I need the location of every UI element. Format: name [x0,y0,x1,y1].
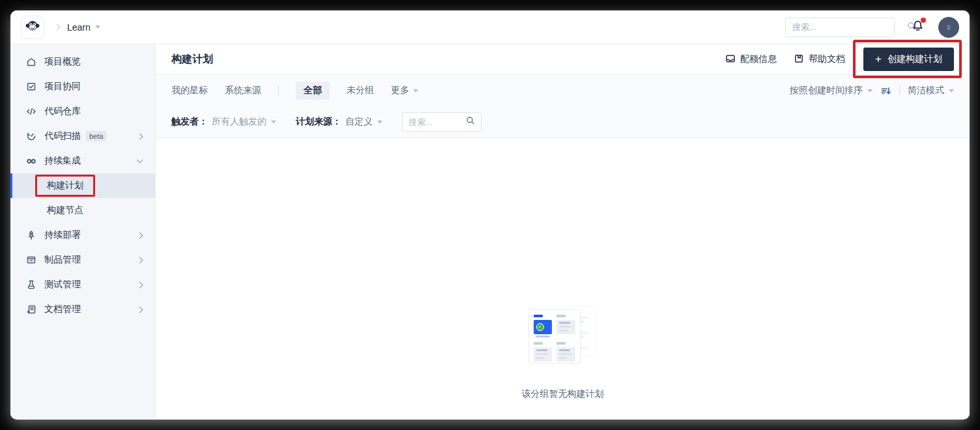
chevron-right-icon [137,133,143,139]
compact-mode-dropdown[interactable]: 简洁模式 [908,85,954,96]
sidebar-item-project-overview[interactable]: 项目概览 [10,50,155,74]
sidebar-item-code-scan[interactable]: 代码扫描 beta [10,124,155,149]
global-search-input[interactable] [792,22,907,32]
empty-state-message: 该分组暂无构建计划 [522,388,604,400]
empty-state-illustration: ✓ [528,306,598,364]
tab-all[interactable]: 全部 [296,81,330,100]
bookmark-icon [794,53,804,66]
sidebar-subitem-label: 构建节点 [47,205,83,216]
sidebar-item-artifact-management[interactable]: 制品管理 [10,248,155,272]
chevron-down-icon [867,89,872,93]
sidebar-item-doc-management[interactable]: 文档管理 [10,297,155,322]
sidebar-item-label: 测试管理 [44,279,81,291]
sidebar: 项目概览 项目协同 代码仓库 [10,44,156,419]
help-docs-label: 帮助文档 [809,53,845,65]
help-docs-link[interactable]: 帮助文档 [794,53,845,66]
plan-source-filter-value: 自定义 [345,116,373,128]
sidebar-item-label: 文档管理 [44,304,81,315]
quota-info-label: 配额信息 [740,53,777,65]
gauge-icon [26,131,36,141]
content-area: ✓ [156,138,970,419]
page-title: 构建计划 [171,53,213,66]
mail-icon [725,53,736,66]
trigger-filter-dropdown[interactable]: 所有人触发的 [212,116,276,128]
tab-system-source[interactable]: 系统来源 [225,85,261,96]
sidebar-item-label: 项目协同 [44,81,81,93]
chevron-down-icon [413,89,418,93]
sidebar-item-label: 持续集成 [44,155,81,167]
sidebar-item-label: 制品管理 [44,254,81,266]
chevron-right-icon [137,232,143,238]
body-layout: 项目概览 项目协同 代码仓库 [10,44,970,419]
infinity-icon [26,156,36,166]
sidebar-item-project-collab[interactable]: 项目协同 [10,74,155,99]
filter-section: 我的星标 系统来源 全部 未分组 更多 按照创建时间排序 [156,75,970,138]
user-avatar[interactable]: li [938,17,959,38]
breadcrumb-chevron-icon [54,24,61,31]
doc-icon [26,304,36,315]
sidebar-item-label: 代码仓库 [44,106,81,117]
chevron-down-icon [949,89,954,93]
sidebar-item-continuous-integration[interactable]: 持续集成 [10,149,155,173]
breadcrumb-project-name: Learn [67,22,91,33]
tab-more[interactable]: 更多 [391,85,418,96]
mini-card [556,315,575,337]
plan-search-box[interactable] [402,112,482,132]
chevron-right-icon [137,306,143,313]
sidebar-subitem-build-nodes[interactable]: 构建节点 [10,198,155,223]
global-search-box[interactable] [785,18,895,37]
tab-ungrouped[interactable]: 未分组 [347,85,374,96]
plan-search-input[interactable] [409,117,466,127]
artifact-icon [26,255,36,265]
search-icon [466,116,475,128]
topbar-right: li [785,17,959,38]
sidebar-item-label: 持续部署 [44,229,81,241]
mini-card-active: ✓ [534,315,553,337]
trigger-filter-label: 触发者： [171,116,208,128]
empty-front-card: ✓ [528,309,581,364]
breadcrumb-project-switcher[interactable]: Learn [67,22,100,33]
sort-order-label: 按照创建时间排序 [790,85,863,96]
chevron-down-icon [377,121,382,124]
sidebar-item-code-repo[interactable]: 代码仓库 [10,99,155,124]
app-window: Learn li [10,10,970,420]
quota-info-link[interactable]: 配额信息 [725,53,777,66]
task-check-icon [26,81,36,92]
sidebar-item-test-management[interactable]: 测试管理 [10,272,155,297]
check-icon: ✓ [536,323,544,331]
plan-source-filter-dropdown[interactable]: 自定义 [345,116,382,128]
plus-icon: + [875,53,882,64]
sort-descending-icon[interactable] [880,85,891,96]
sidebar-item-label: 代码扫描 [44,130,81,142]
tab-my-starred[interactable]: 我的星标 [171,85,208,96]
app-logo[interactable] [21,16,44,39]
flask-icon [26,280,36,290]
sidebar-subitem-label: 构建计划 [47,180,83,192]
home-icon [26,57,36,67]
chevron-down-icon [95,25,100,29]
mini-card [534,342,553,362]
rocket-icon [26,230,36,240]
filter-divider [899,86,900,95]
tab-more-label: 更多 [391,85,409,96]
monkey-logo-icon [25,18,40,36]
sidebar-subitem-build-plans[interactable]: 构建计划 [10,173,155,198]
plan-source-filter-label: 计划来源： [296,116,341,128]
tab-divider [278,86,279,95]
chevron-down-icon [271,121,276,124]
create-build-plan-button[interactable]: + 创建构建计划 [863,48,954,71]
create-build-plan-label: 创建构建计划 [887,53,942,65]
compact-mode-label: 简洁模式 [908,85,944,96]
mini-card [556,342,575,362]
sort-order-dropdown[interactable]: 按照创建时间排序 [790,85,872,96]
notification-badge-dot [921,18,926,23]
topbar: Learn li [10,10,970,44]
chevron-right-icon [137,257,143,263]
chevron-down-icon [137,157,143,164]
beta-badge: beta [86,131,106,141]
main-area: 构建计划 配额信息 [156,44,970,419]
notifications-button[interactable] [912,20,924,35]
code-icon [26,106,36,117]
sidebar-item-label: 项目概览 [44,56,81,68]
sidebar-item-continuous-deployment[interactable]: 持续部署 [10,223,155,248]
